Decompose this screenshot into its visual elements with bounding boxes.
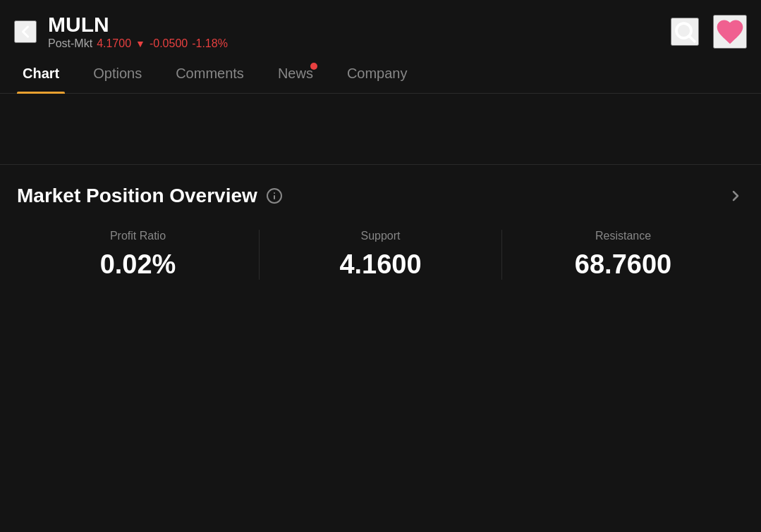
header-right — [671, 15, 747, 49]
down-arrow-icon: ▼ — [135, 38, 145, 49]
svg-line-1 — [690, 36, 695, 42]
back-arrow-icon — [16, 22, 35, 42]
info-icon[interactable] — [266, 187, 283, 204]
post-market-price: 4.1700 — [97, 37, 131, 50]
market-overview-title: Market Position Overview — [17, 185, 257, 207]
tab-comments[interactable]: Comments — [159, 58, 261, 93]
search-icon — [672, 19, 698, 44]
post-market-change: -0.0500 — [150, 37, 188, 50]
stat-profit-ratio: Profit Ratio 0.02% — [17, 230, 259, 280]
heart-icon — [714, 16, 745, 47]
resistance-value: 68.7600 — [575, 249, 671, 280]
post-market-label: Post-Mkt — [48, 37, 92, 50]
chevron-right-icon[interactable] — [727, 187, 744, 204]
tab-options[interactable]: Options — [76, 58, 159, 93]
profit-ratio-value: 0.02% — [100, 249, 176, 280]
post-market-row: Post-Mkt 4.1700 ▼ -0.0500 -1.18% — [48, 37, 228, 50]
stat-resistance: Resistance 68.7600 — [501, 230, 744, 280]
market-overview-section: Market Position Overview Profit Ratio 0.… — [0, 165, 761, 294]
market-overview-title-row: Market Position Overview — [17, 185, 283, 207]
support-label: Support — [360, 230, 400, 242]
support-value: 4.1600 — [339, 249, 421, 280]
stat-support: Support 4.1600 — [259, 230, 501, 280]
header-left: MULN Post-Mkt 4.1700 ▼ -0.0500 -1.18% — [14, 13, 228, 50]
stats-row: Profit Ratio 0.02% Support 4.1600 Resist… — [17, 230, 744, 280]
favorite-button[interactable] — [713, 15, 747, 49]
resistance-label: Resistance — [595, 230, 651, 242]
tab-news[interactable]: News — [261, 58, 330, 93]
ticker-symbol: MULN — [48, 13, 228, 36]
search-button[interactable] — [671, 18, 699, 46]
profit-ratio-label: Profit Ratio — [110, 230, 166, 242]
svg-point-0 — [676, 23, 691, 38]
post-market-percent: -1.18% — [192, 37, 228, 50]
chart-area — [0, 94, 761, 164]
header: MULN Post-Mkt 4.1700 ▼ -0.0500 -1.18% — [0, 0, 761, 58]
tabs-container: Chart Options Comments News Company — [0, 58, 761, 94]
news-notification-dot — [310, 63, 317, 70]
tab-company[interactable]: Company — [330, 58, 425, 93]
market-overview-header: Market Position Overview — [17, 185, 744, 207]
tab-chart[interactable]: Chart — [6, 58, 76, 93]
back-button[interactable] — [14, 20, 37, 43]
ticker-info: MULN Post-Mkt 4.1700 ▼ -0.0500 -1.18% — [48, 13, 228, 50]
